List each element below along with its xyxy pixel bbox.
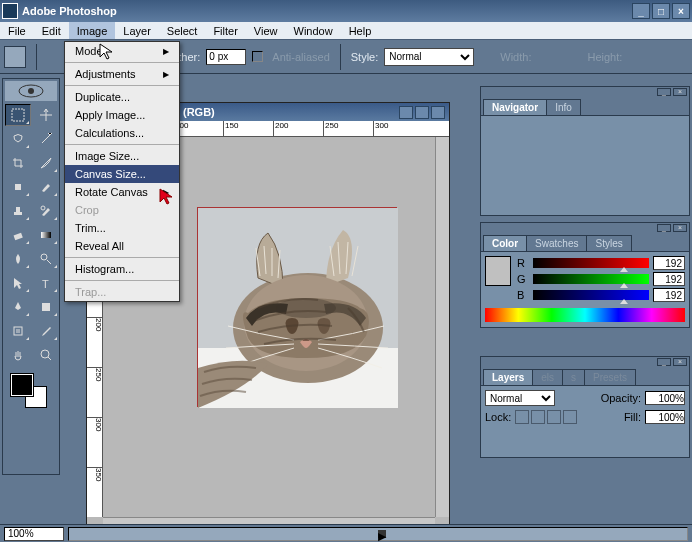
play-icon: ▶: [378, 530, 386, 538]
crop-tool[interactable]: [5, 152, 31, 174]
history-brush-tool[interactable]: [33, 200, 59, 222]
tab-presets[interactable]: Presets: [584, 369, 636, 385]
feather-input[interactable]: [206, 49, 246, 65]
color-preview[interactable]: [485, 256, 511, 286]
menu-image-size[interactable]: Image Size...: [65, 147, 179, 165]
doc-maximize-button[interactable]: [415, 106, 429, 119]
panel-close-icon[interactable]: ×: [673, 88, 687, 96]
panel-min-icon[interactable]: _: [657, 358, 671, 366]
tab-swatches[interactable]: Swatches: [526, 235, 587, 251]
app-icon: [2, 3, 18, 19]
tab-info[interactable]: Info: [546, 99, 581, 115]
zoom-tool[interactable]: [33, 344, 59, 366]
doc-close-button[interactable]: [431, 106, 445, 119]
menu-mode[interactable]: Mode▶: [65, 42, 179, 60]
opacity-input[interactable]: [645, 391, 685, 405]
menu-help[interactable]: Help: [341, 22, 380, 39]
canvas-image[interactable]: [197, 207, 397, 407]
style-select[interactable]: Normal: [384, 48, 474, 66]
lock-transparency-icon[interactable]: [515, 410, 529, 424]
move-tool[interactable]: [33, 104, 59, 126]
lock-position-icon[interactable]: [547, 410, 561, 424]
tab-styles[interactable]: Styles: [586, 235, 631, 251]
menu-filter[interactable]: Filter: [205, 22, 245, 39]
slice-tool[interactable]: [33, 152, 59, 174]
notes-tool[interactable]: [5, 320, 31, 342]
eyedropper-tool[interactable]: [33, 320, 59, 342]
menu-histogram[interactable]: Histogram...: [65, 260, 179, 278]
svg-point-1: [28, 88, 34, 94]
eraser-tool[interactable]: [5, 224, 31, 246]
path-select-tool[interactable]: [5, 272, 31, 294]
menu-window[interactable]: Window: [286, 22, 341, 39]
menu-rotate-canvas[interactable]: Rotate Canvas▶: [65, 183, 179, 201]
panel-close-icon[interactable]: ×: [673, 224, 687, 232]
screen-mode-1[interactable]: [5, 434, 21, 452]
quickmask-mode-button[interactable]: [32, 414, 54, 432]
width-label: Width:: [500, 51, 531, 63]
menu-calculations[interactable]: Calculations...: [65, 124, 179, 142]
menu-image[interactable]: Image: [69, 22, 116, 39]
svg-rect-9: [42, 303, 50, 311]
fill-input[interactable]: [645, 410, 685, 424]
panel-min-icon[interactable]: _: [657, 224, 671, 232]
standard-mode-button[interactable]: [8, 414, 30, 432]
type-tool[interactable]: T: [33, 272, 59, 294]
marquee-tool[interactable]: [5, 104, 31, 126]
menu-apply-image[interactable]: Apply Image...: [65, 106, 179, 124]
statusbar-scroll[interactable]: ▶: [68, 527, 688, 541]
menu-reveal-all[interactable]: Reveal All: [65, 237, 179, 255]
doc-minimize-button[interactable]: [399, 106, 413, 119]
maximize-button[interactable]: □: [652, 3, 670, 19]
b-input[interactable]: [653, 288, 685, 302]
tab-layers[interactable]: Layers: [483, 369, 533, 385]
screen-mode-2[interactable]: [23, 434, 39, 452]
lasso-tool[interactable]: [5, 128, 31, 150]
menu-duplicate[interactable]: Duplicate...: [65, 88, 179, 106]
panel-close-icon[interactable]: ×: [673, 358, 687, 366]
heal-tool[interactable]: [5, 176, 31, 198]
r-slider[interactable]: [533, 258, 649, 268]
panel-min-icon[interactable]: _: [657, 88, 671, 96]
menu-adjustments[interactable]: Adjustments▶: [65, 65, 179, 83]
b-slider[interactable]: [533, 290, 649, 300]
color-swatches: [5, 372, 57, 412]
pen-tool[interactable]: [5, 296, 31, 318]
spectrum-bar[interactable]: [485, 308, 685, 322]
tab-channels[interactable]: els: [532, 369, 563, 385]
menu-view[interactable]: View: [246, 22, 286, 39]
wand-tool[interactable]: [33, 128, 59, 150]
tab-color[interactable]: Color: [483, 235, 527, 251]
lock-paint-icon[interactable]: [531, 410, 545, 424]
blur-tool[interactable]: [5, 248, 31, 270]
menu-edit[interactable]: Edit: [34, 22, 69, 39]
dodge-tool[interactable]: [33, 248, 59, 270]
r-input[interactable]: [653, 256, 685, 270]
menu-select[interactable]: Select: [159, 22, 206, 39]
menu-layer[interactable]: Layer: [115, 22, 159, 39]
menu-trim[interactable]: Trim...: [65, 219, 179, 237]
tools-header-icon: [5, 81, 57, 101]
jump-to-button[interactable]: [11, 456, 51, 472]
gradient-tool[interactable]: [33, 224, 59, 246]
menu-canvas-size[interactable]: Canvas Size...: [65, 165, 179, 183]
g-input[interactable]: [653, 272, 685, 286]
screen-mode-3[interactable]: [41, 434, 57, 452]
hand-tool[interactable]: [5, 344, 31, 366]
foreground-color-swatch[interactable]: [11, 374, 33, 396]
brush-tool[interactable]: [33, 176, 59, 198]
current-tool-icon[interactable]: [4, 46, 26, 68]
zoom-display[interactable]: 100%: [4, 527, 64, 541]
menu-file[interactable]: File: [0, 22, 34, 39]
lock-all-icon[interactable]: [563, 410, 577, 424]
tab-paths[interactable]: s: [562, 369, 585, 385]
close-button[interactable]: ×: [672, 3, 690, 19]
blend-mode-select[interactable]: Normal: [485, 390, 555, 406]
doc-scrollbar-vertical[interactable]: [435, 137, 449, 517]
g-slider[interactable]: [533, 274, 649, 284]
shape-tool[interactable]: [33, 296, 59, 318]
stamp-tool[interactable]: [5, 200, 31, 222]
tab-navigator[interactable]: Navigator: [483, 99, 547, 115]
antialias-checkbox[interactable]: [252, 51, 263, 62]
minimize-button[interactable]: _: [632, 3, 650, 19]
